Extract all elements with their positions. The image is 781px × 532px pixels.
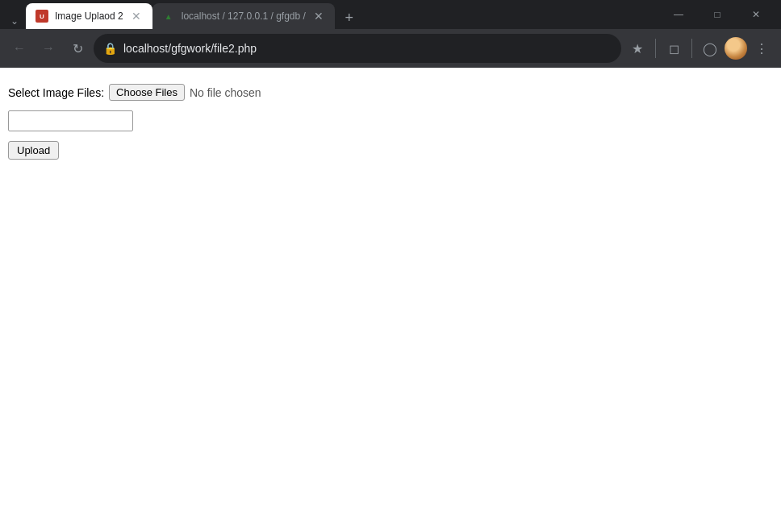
text-input-field[interactable]	[8, 110, 133, 131]
extension-button[interactable]: ◻	[661, 35, 687, 61]
file-input-wrapper: Choose Files No file chosen	[109, 84, 261, 101]
minimize-icon: —	[674, 9, 683, 20]
back-icon: ←	[13, 41, 26, 56]
tab-title-gfgdb: localhost / 127.0.0.1 / gfgdb /	[182, 10, 306, 22]
forward-button[interactable]: →	[36, 35, 61, 61]
close-icon: ✕	[752, 9, 760, 20]
tab-bar: ⌄ U Image Uplaod 2 ✕ localhost / 127.0.0…	[6, 0, 660, 29]
nav-actions: ★ ◻ ◯ ⋮	[624, 35, 775, 61]
nav-bar: ← → ↻ 🔒 ★ ◻ ◯	[0, 29, 781, 68]
reload-icon: ↻	[73, 41, 83, 56]
svg-text:U: U	[40, 13, 44, 20]
address-bar-input[interactable]	[123, 42, 612, 55]
puzzle-icon: ◻	[669, 41, 679, 56]
new-tab-button[interactable]: +	[338, 6, 361, 29]
browser-window: ⌄ U Image Uplaod 2 ✕ localhost / 127.0.0…	[0, 0, 781, 532]
tab-close-btn-1[interactable]: ✕	[130, 10, 143, 23]
window-controls: — □ ✕	[660, 0, 775, 29]
tab-favicon-upload: U	[36, 10, 48, 23]
avatar-image	[725, 37, 747, 60]
tab-favicon-gfg	[162, 10, 175, 23]
bookmark-icon: ★	[632, 41, 643, 56]
reload-button[interactable]: ↻	[65, 35, 90, 61]
tab-image-upload[interactable]: U Image Uplaod 2 ✕	[26, 3, 152, 29]
menu-icon: ⋮	[755, 41, 768, 56]
cast-icon: ◯	[703, 41, 717, 56]
minimize-button[interactable]: —	[660, 0, 697, 29]
user-avatar[interactable]	[725, 37, 747, 60]
chevron-down-icon: ⌄	[10, 15, 19, 27]
bookmark-button[interactable]: ★	[624, 35, 650, 61]
menu-button[interactable]: ⋮	[749, 35, 775, 61]
nav-divider	[655, 39, 656, 58]
tab-dropdown-btn[interactable]: ⌄	[6, 13, 23, 29]
back-button[interactable]: ←	[6, 35, 32, 61]
title-bar: ⌄ U Image Uplaod 2 ✕ localhost / 127.0.0…	[0, 0, 781, 29]
no-file-label: No file chosen	[190, 86, 261, 99]
upload-button[interactable]: Upload	[8, 141, 59, 160]
maximize-icon: □	[714, 9, 720, 20]
file-input-row: Select Image Files: Choose Files No file…	[8, 84, 773, 101]
tab-gfgdb[interactable]: localhost / 127.0.0.1 / gfgdb / ✕	[152, 3, 335, 29]
tab-close-btn-2[interactable]: ✕	[312, 10, 325, 23]
cast-button[interactable]: ◯	[697, 35, 723, 61]
close-button[interactable]: ✕	[737, 0, 775, 29]
tab-title-upload: Image Uplaod 2	[55, 10, 123, 22]
select-files-label: Select Image Files:	[8, 86, 104, 99]
address-bar-container[interactable]: 🔒	[94, 34, 621, 63]
lock-icon: 🔒	[103, 42, 117, 55]
maximize-button[interactable]: □	[699, 0, 736, 29]
page-content: Select Image Files: Choose Files No file…	[0, 68, 781, 532]
choose-files-button[interactable]: Choose Files	[109, 84, 185, 101]
forward-icon: →	[42, 41, 55, 56]
nav-divider-2	[691, 39, 692, 58]
